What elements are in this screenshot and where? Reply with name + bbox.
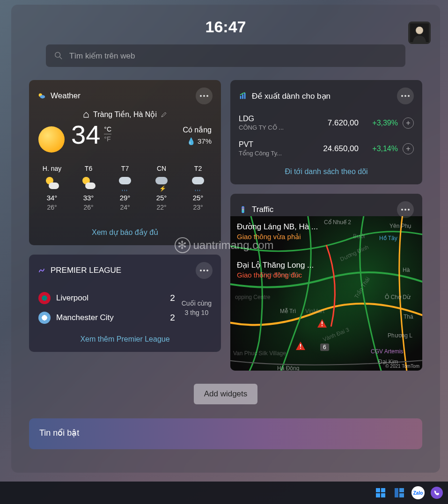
match-date: 3 thg 10 bbox=[182, 309, 212, 316]
svg-point-6 bbox=[40, 95, 45, 98]
svg-rect-23 bbox=[399, 488, 404, 492]
warning-icon bbox=[317, 319, 327, 328]
svg-rect-20 bbox=[376, 493, 380, 497]
unit-toggle[interactable]: °C °F bbox=[104, 125, 111, 143]
traffic-item-2: Đại Lộ Thăng Long ... Giao thông đông đú… bbox=[237, 260, 314, 279]
team-row: Manchester City 2 bbox=[38, 308, 175, 328]
zalo-icon[interactable]: Zalo bbox=[411, 486, 425, 499]
edit-location-icon[interactable] bbox=[161, 111, 167, 118]
traffic-more-button[interactable] bbox=[397, 201, 414, 218]
map-label: Yên Phụ bbox=[389, 223, 411, 229]
add-stock-button[interactable]: + bbox=[403, 143, 414, 154]
svg-rect-17 bbox=[300, 348, 301, 349]
weather-location: Tràng Tiền, Hà Nội bbox=[93, 110, 157, 119]
svg-rect-8 bbox=[242, 94, 243, 99]
search-box[interactable]: Tìm kiếm trên web bbox=[46, 44, 405, 67]
weather-link[interactable]: Xem dự báo đầy đủ bbox=[29, 222, 221, 245]
match-row[interactable]: Liverpool 2 Manchester City 2 Cuối cùng … bbox=[29, 285, 221, 329]
sun-icon bbox=[38, 126, 65, 153]
stocks-title: Đề xuất dành cho bạn bbox=[252, 91, 392, 101]
forecast-icon bbox=[45, 176, 59, 190]
map-label: Hà bbox=[403, 267, 410, 273]
weather-more-button[interactable] bbox=[196, 88, 213, 104]
weather-condition: Có nắng bbox=[183, 125, 212, 134]
map-copyright: © 2021 TomTom bbox=[385, 364, 419, 369]
svg-point-12 bbox=[242, 209, 244, 211]
traffic-icon bbox=[239, 205, 247, 214]
sport-icon bbox=[37, 266, 46, 275]
clock: 16:47 bbox=[29, 18, 422, 36]
stocks-widget[interactable]: Đề xuất dành cho bạn LDGCÔNG TY CỔ ... 7… bbox=[230, 80, 422, 184]
svg-rect-22 bbox=[395, 488, 398, 497]
widgets-panel: 16:47 Tìm kiếm trên web Weather Tràng Ti… bbox=[11, 5, 440, 473]
weather-title: Weather bbox=[51, 91, 191, 101]
svg-point-25 bbox=[431, 487, 443, 499]
weather-icon bbox=[37, 92, 46, 100]
start-button[interactable] bbox=[374, 486, 387, 499]
home-icon bbox=[83, 111, 89, 118]
weather-widget[interactable]: Weather Tràng Tiền, Hà Nội 34 °C °F bbox=[29, 80, 221, 245]
forecast-day[interactable]: T7 29° 24° bbox=[108, 160, 142, 216]
map-label: Bưởi bbox=[353, 233, 365, 240]
forecast-icon bbox=[81, 176, 95, 190]
forecast-day[interactable]: T2 25° 23° bbox=[181, 160, 215, 216]
forecast-day[interactable]: H. nay 34° 26° bbox=[35, 160, 69, 216]
team-badge-icon bbox=[38, 312, 51, 324]
svg-point-2 bbox=[416, 27, 423, 33]
svg-rect-21 bbox=[381, 493, 385, 497]
forecast-icon bbox=[154, 176, 169, 190]
svg-rect-15 bbox=[322, 325, 323, 326]
team-badge-icon bbox=[38, 292, 51, 304]
weather-humidity: 💧 37% bbox=[183, 137, 212, 146]
user-avatar[interactable] bbox=[408, 22, 431, 44]
svg-point-13 bbox=[242, 211, 244, 212]
svg-rect-7 bbox=[240, 96, 242, 99]
map-label: opping Centre bbox=[235, 294, 270, 300]
add-stock-button[interactable]: + bbox=[403, 117, 414, 129]
stock-row[interactable]: LDGCÔNG TY CỔ ... 7.620,00 +3,39% + bbox=[230, 110, 422, 136]
forecast-day[interactable]: T6 33° 26° bbox=[71, 160, 106, 216]
traffic-item-1: Đường Láng NB, Hà ... Giao thông vừa phả… bbox=[237, 222, 318, 241]
warning-icon bbox=[296, 342, 305, 350]
traffic-map[interactable]: Cổ Nhuế 2Yên PhụBưởiHồ TâyDịch Vọng HậuH… bbox=[230, 216, 422, 371]
svg-point-3 bbox=[55, 52, 60, 58]
search-placeholder: Tìm kiếm trên web bbox=[69, 51, 135, 61]
league-link[interactable]: Xem thêm Premier League bbox=[29, 329, 221, 352]
league-more-button[interactable] bbox=[196, 262, 213, 279]
forecast-day[interactable]: CN 25° 22° bbox=[144, 160, 179, 216]
map-label: Mễ Trì bbox=[280, 308, 296, 314]
svg-rect-9 bbox=[244, 93, 246, 99]
traffic-widget[interactable]: Traffic Cổ Nh bbox=[230, 194, 422, 371]
map-label: Ô Chợ Dừ bbox=[385, 294, 411, 300]
svg-rect-19 bbox=[381, 488, 385, 492]
map-label: CGV Artemis bbox=[371, 348, 403, 355]
map-label: Van Phuc Silk Village bbox=[233, 350, 286, 357]
search-icon bbox=[54, 51, 63, 60]
league-title: PREMIER LEAGUE bbox=[51, 266, 191, 275]
add-widgets-button[interactable]: Add widgets bbox=[194, 384, 258, 404]
svg-point-11 bbox=[242, 207, 244, 209]
forecast-icon bbox=[118, 176, 132, 190]
svg-rect-14 bbox=[322, 321, 323, 324]
traffic-title: Traffic bbox=[252, 205, 392, 214]
stocks-link[interactable]: Đi tới danh sách theo dõi bbox=[230, 161, 422, 184]
forecast-icon bbox=[191, 176, 205, 190]
map-label: Thá bbox=[404, 314, 413, 320]
viber-icon[interactable] bbox=[430, 486, 443, 499]
map-label: Hồ Tây bbox=[379, 235, 397, 241]
svg-rect-18 bbox=[376, 488, 380, 492]
stock-row[interactable]: PVTTổng Công Ty... 24.650,00 +3,14% + bbox=[230, 136, 422, 161]
stocks-icon bbox=[239, 92, 247, 100]
map-label: 6 bbox=[320, 343, 329, 351]
current-temp: 34 bbox=[71, 122, 100, 148]
team-row: Liverpool 2 bbox=[38, 288, 175, 308]
stocks-more-button[interactable] bbox=[397, 88, 414, 104]
sports-widget[interactable]: PREMIER LEAGUE Liverpool 2 Manchester Ci… bbox=[29, 255, 221, 352]
svg-rect-16 bbox=[300, 344, 301, 347]
widgets-taskbar-icon[interactable] bbox=[393, 486, 406, 499]
map-label: Phương L bbox=[388, 332, 412, 339]
news-widget[interactable]: Tin nổi bật bbox=[29, 418, 422, 449]
map-label: Hà Đông bbox=[277, 365, 299, 371]
svg-line-4 bbox=[60, 57, 62, 59]
forecast-row: H. nay 34° 26°T6 33° 26°T7 29° 24°CN 25°… bbox=[29, 157, 221, 222]
